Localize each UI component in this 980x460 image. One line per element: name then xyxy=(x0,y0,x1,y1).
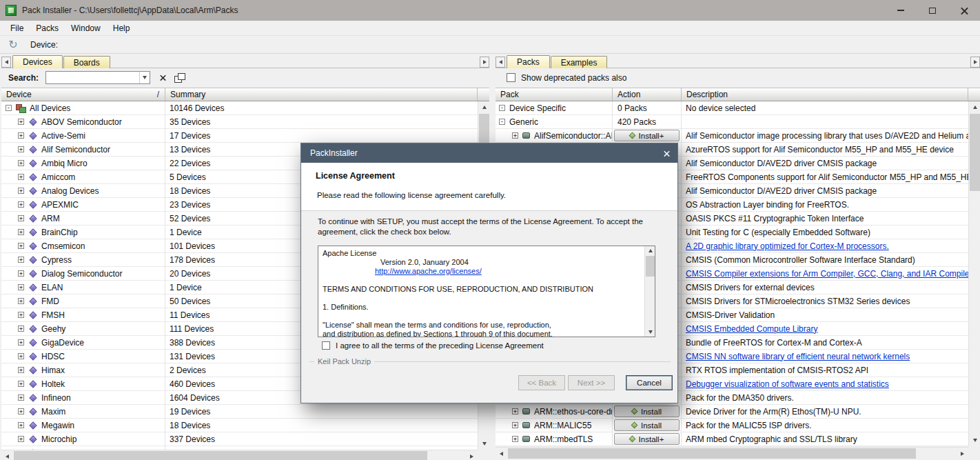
menu-item-help[interactable]: Help xyxy=(107,21,136,36)
pack-description-link[interactable]: A 2D graphic library optimized for Corte… xyxy=(686,241,889,251)
tree-expander[interactable]: + xyxy=(18,422,24,428)
column-header-summary[interactable]: Summary xyxy=(165,88,478,101)
scroll-down-button[interactable] xyxy=(478,438,490,450)
tree-expander[interactable]: + xyxy=(512,408,518,414)
tab-packs[interactable]: Packs xyxy=(507,55,550,68)
tree-expander[interactable]: + xyxy=(512,422,518,428)
pack-row[interactable]: -Device Specific0 PacksNo device selecte… xyxy=(496,101,968,115)
tree-expander[interactable]: + xyxy=(18,436,24,442)
collapse-all-button[interactable] xyxy=(174,72,186,83)
refresh-button[interactable]: ↻ xyxy=(4,37,22,52)
tree-expander[interactable]: + xyxy=(18,229,24,235)
scroll-right-button[interactable] xyxy=(466,450,478,460)
pack-row[interactable]: +ARM::ethos-u-core-dri...InstallDevice D… xyxy=(496,405,968,419)
tree-expander[interactable]: - xyxy=(6,105,12,111)
dialog-close-button[interactable] xyxy=(655,143,677,163)
tree-expander[interactable]: + xyxy=(18,201,24,208)
device-row[interactable]: +Microchip337 Devices xyxy=(1,432,478,446)
tab-devices[interactable]: Devices xyxy=(12,55,63,68)
tree-expander[interactable]: + xyxy=(18,243,24,249)
device-row[interactable]: +Active-Semi17 Devices xyxy=(1,129,478,143)
tree-expander[interactable]: + xyxy=(18,174,24,180)
show-deprecated-checkbox[interactable] xyxy=(507,73,515,82)
tab-scroll-right-button[interactable] xyxy=(480,57,489,68)
tree-expander[interactable]: + xyxy=(18,312,24,318)
tree-expander[interactable]: + xyxy=(18,215,24,221)
install-button[interactable]: Install xyxy=(614,419,680,431)
scrollbar-thumb[interactable] xyxy=(14,451,427,460)
install-button[interactable]: Install+ xyxy=(614,433,680,445)
tab-boards[interactable]: Boards xyxy=(63,56,110,68)
pack-description-link[interactable]: CMSIS Embedded Compute Library xyxy=(686,324,817,334)
agree-checkbox[interactable] xyxy=(322,341,330,350)
scroll-up-button[interactable] xyxy=(478,101,490,113)
tree-expander[interactable]: + xyxy=(18,146,24,152)
search-clear-button[interactable] xyxy=(156,72,169,84)
scrollbar-thumb[interactable] xyxy=(646,256,655,277)
close-button[interactable] xyxy=(948,0,980,21)
tree-expander[interactable]: + xyxy=(18,132,24,139)
tree-expander[interactable]: + xyxy=(18,270,24,277)
device-row[interactable]: +Megawin18 Devices xyxy=(1,419,478,432)
install-button[interactable]: Install+ xyxy=(614,130,680,141)
pack-description-link[interactable]: CMSIS NN software library of efficient n… xyxy=(686,352,910,361)
tab-examples[interactable]: Examples xyxy=(551,56,608,68)
menu-item-packs[interactable]: Packs xyxy=(30,21,65,36)
tree-expander[interactable]: - xyxy=(499,105,505,111)
install-button[interactable]: Install xyxy=(614,406,680,417)
column-header-pack[interactable]: Pack xyxy=(496,88,613,101)
device-row[interactable]: -All Devices10146 Devices xyxy=(1,101,478,115)
scroll-down-button[interactable] xyxy=(645,328,655,337)
tree-expander[interactable]: + xyxy=(18,353,24,359)
maximize-button[interactable] xyxy=(917,0,948,21)
pack-description-link[interactable]: Debugger visualization of software event… xyxy=(686,379,889,389)
search-input[interactable] xyxy=(45,71,150,84)
license-url-link[interactable]: http://www.apache.org/licenses/ xyxy=(375,267,482,275)
minimize-button[interactable] xyxy=(885,0,917,21)
scroll-right-button[interactable] xyxy=(957,448,968,459)
tab-scroll-left-button[interactable] xyxy=(1,57,11,68)
tree-expander[interactable]: + xyxy=(18,367,24,373)
pack-row[interactable]: +ARM::MALIC55InstallPack for the MALIC55… xyxy=(496,419,968,432)
scrollbar-thumb[interactable] xyxy=(508,448,916,459)
packs-filter-bar: Show deprecated packs also xyxy=(496,69,980,86)
license-text-box[interactable]: Apache License Version 2.0, January 2004… xyxy=(318,246,655,337)
tree-expander[interactable]: + xyxy=(18,284,24,290)
search-dropdown-button[interactable] xyxy=(139,72,150,83)
tree-expander[interactable]: + xyxy=(512,132,518,139)
menu-item-file[interactable]: File xyxy=(4,21,30,36)
device-row[interactable]: +Maxim19 Devices xyxy=(1,405,478,419)
tree-expander[interactable]: + xyxy=(18,188,24,194)
tree-expander[interactable]: + xyxy=(18,326,24,332)
column-header-description[interactable]: Description xyxy=(682,88,968,101)
tree-expander[interactable]: + xyxy=(18,394,24,401)
tab-scroll-right-button[interactable] xyxy=(970,57,980,68)
menu-item-window[interactable]: Window xyxy=(65,21,107,36)
dialog-titlebar[interactable]: PackInstaller xyxy=(301,143,677,163)
tree-expander[interactable]: + xyxy=(18,408,24,414)
tree-expander[interactable]: + xyxy=(512,436,518,442)
scroll-up-button[interactable] xyxy=(645,246,655,255)
scroll-up-button[interactable] xyxy=(969,101,980,113)
scrollbar-thumb[interactable] xyxy=(970,114,980,191)
tab-scroll-left-button[interactable] xyxy=(496,57,505,68)
tree-expander[interactable]: + xyxy=(18,119,24,125)
pack-row[interactable]: +AlifSemiconductor::AIPLInstall+Alif Sem… xyxy=(496,129,968,143)
device-row[interactable]: +ABOV Semiconductor35 Devices xyxy=(1,115,478,129)
tree-expander[interactable]: + xyxy=(18,160,24,166)
pack-description-link[interactable]: CMSIS Compiler extensions for Arm Compil… xyxy=(686,269,968,279)
column-header-device[interactable]: Device / xyxy=(1,88,165,101)
tree-expander[interactable]: + xyxy=(18,339,24,346)
cancel-button[interactable]: Cancel xyxy=(626,375,673,390)
scroll-down-button[interactable] xyxy=(969,434,980,446)
tree-expander[interactable]: + xyxy=(18,381,24,387)
pack-row[interactable]: +ARM::mbedTLSInstall+ARM mbed Cryptograp… xyxy=(496,432,968,446)
tree-expander[interactable]: + xyxy=(18,298,24,304)
tree-expander[interactable]: + xyxy=(18,257,24,263)
pack-name: ARM::ethos-u-core-dri... xyxy=(534,407,613,417)
scroll-left-button[interactable] xyxy=(1,450,13,460)
column-header-action[interactable]: Action xyxy=(613,88,682,101)
scroll-left-button[interactable] xyxy=(496,448,507,459)
pack-row[interactable]: -Generic420 Packs xyxy=(496,115,968,129)
tree-expander[interactable]: - xyxy=(499,119,505,125)
